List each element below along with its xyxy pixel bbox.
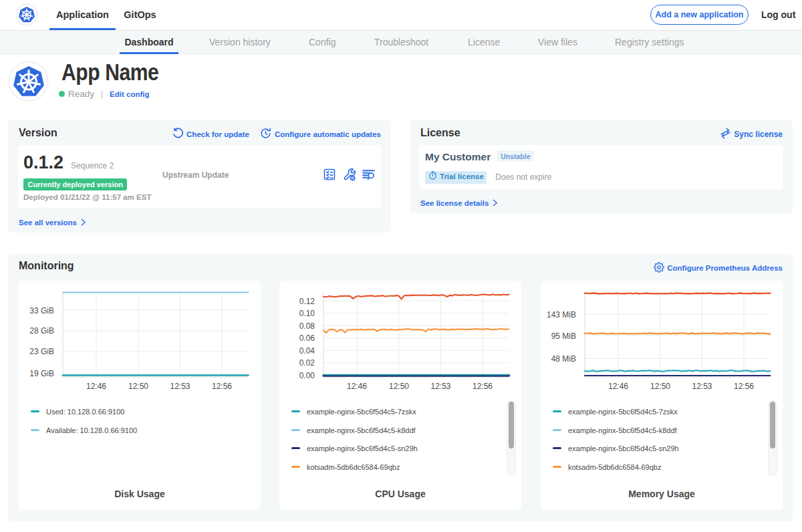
svg-text:0.04: 0.04: [299, 346, 315, 356]
svg-text:12:53: 12:53: [692, 382, 712, 391]
svg-text:0.10: 0.10: [299, 309, 315, 318]
svg-text:48 MiB: 48 MiB: [551, 354, 576, 364]
svg-text:12:56: 12:56: [734, 382, 754, 391]
svg-text:12:53: 12:53: [430, 382, 450, 391]
svg-text:28 GiB: 28 GiB: [29, 326, 54, 336]
svg-text:95 MiB: 95 MiB: [551, 331, 576, 341]
svg-text:12:46: 12:46: [347, 382, 367, 391]
svg-text:0.12: 0.12: [299, 297, 315, 306]
svg-text:12:53: 12:53: [170, 382, 190, 391]
svg-text:12:50: 12:50: [128, 382, 148, 391]
svg-text:33 GiB: 33 GiB: [29, 306, 54, 315]
svg-text:0.06: 0.06: [299, 334, 315, 343]
svg-text:143 MiB: 143 MiB: [547, 310, 576, 319]
svg-text:19 GiB: 19 GiB: [29, 369, 54, 378]
svg-text:12:46: 12:46: [86, 382, 106, 391]
svg-text:12:56: 12:56: [473, 382, 493, 391]
svg-text:0.02: 0.02: [299, 358, 315, 368]
svg-text:12:56: 12:56: [212, 382, 232, 391]
svg-text:23 GiB: 23 GiB: [29, 347, 54, 356]
svg-text:12:50: 12:50: [650, 382, 670, 391]
svg-text:12:46: 12:46: [608, 382, 628, 391]
svg-text:12:50: 12:50: [389, 382, 409, 391]
svg-text:0.00: 0.00: [299, 371, 315, 380]
svg-text:0.08: 0.08: [299, 321, 315, 331]
